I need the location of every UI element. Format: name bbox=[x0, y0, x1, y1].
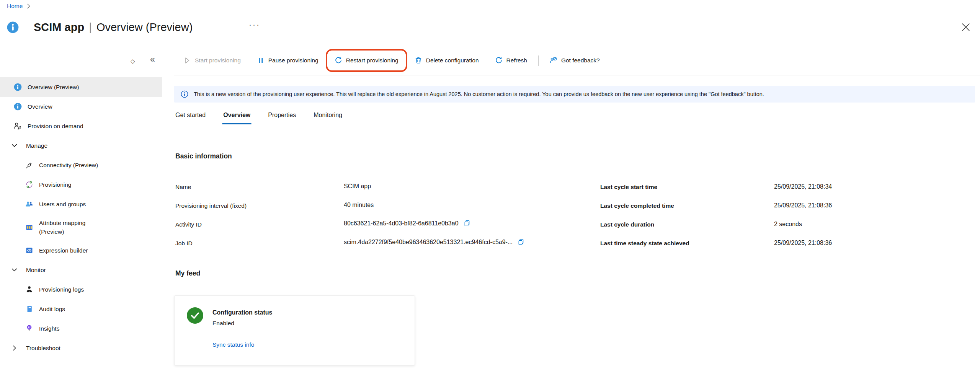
pause-icon bbox=[257, 57, 265, 64]
sidebar-item-label: Users and groups bbox=[39, 201, 86, 208]
sidebar-item-label: Provision on demand bbox=[28, 123, 83, 130]
last-cycle-completed-label: Last cycle completed time bbox=[600, 202, 674, 209]
sidebar-item-audit-logs[interactable]: Audit logs bbox=[0, 299, 162, 319]
page-title: SCIM app | Overview (Preview) bbox=[34, 20, 193, 34]
info-banner: This is a new version of the provisionin… bbox=[174, 86, 975, 103]
button-label: Pause provisioning bbox=[268, 57, 318, 64]
tab-bar: Get started Overview Properties Monitori… bbox=[175, 112, 342, 124]
delete-configuration-button[interactable]: Delete configuration bbox=[407, 52, 487, 69]
value-text: 40 minutes bbox=[344, 202, 374, 209]
sidebar-group-manage[interactable]: Manage bbox=[0, 136, 162, 155]
button-label: Delete configuration bbox=[426, 57, 479, 64]
value-text: SCIM app bbox=[344, 183, 371, 190]
sidebar-item-attribute-mapping[interactable]: Attribute mapping (Preview) bbox=[0, 214, 162, 241]
value-text: 80c63621-62a5-4d03-bf82-6a6811e0b3a0 bbox=[344, 220, 459, 227]
sidebar-group-label: Manage bbox=[26, 142, 47, 149]
tab-overview[interactable]: Overview bbox=[223, 112, 250, 124]
name-value: SCIM app bbox=[344, 183, 371, 190]
value-text: scim.4da2272f9f5e40be963463620e513321.ec… bbox=[344, 239, 513, 246]
sidebar-item-label: Expression builder bbox=[39, 247, 88, 254]
restart-icon bbox=[335, 57, 342, 64]
table-icon bbox=[25, 223, 33, 232]
sidebar-item-users-and-groups[interactable]: Users and groups bbox=[0, 194, 162, 214]
sidebar-item-label: Audit logs bbox=[39, 306, 65, 313]
pause-provisioning-button[interactable]: Pause provisioning bbox=[249, 52, 327, 69]
sidebar-item-label: Attribute mapping (Preview) bbox=[39, 218, 104, 236]
tab-monitoring[interactable]: Monitoring bbox=[314, 112, 342, 124]
chevron-right-icon bbox=[26, 3, 31, 9]
sidebar-group-monitor[interactable]: Monitor bbox=[0, 260, 162, 280]
sidebar-item-label: Insights bbox=[39, 325, 59, 332]
info-icon bbox=[14, 83, 22, 91]
info-icon bbox=[14, 103, 22, 111]
sidebar-item-label: Overview bbox=[28, 103, 52, 110]
feedback-icon bbox=[550, 57, 557, 64]
page-subtitle: Overview (Preview) bbox=[96, 20, 193, 34]
provisioning-icon bbox=[25, 181, 33, 189]
button-label: Start provisioning bbox=[195, 57, 241, 64]
button-label: Got feedback? bbox=[561, 57, 600, 64]
breadcrumb-home-link[interactable]: Home bbox=[7, 3, 23, 10]
last-cycle-start-label: Last cycle start time bbox=[600, 184, 657, 191]
last-steady-state-label: Last time steady state achieved bbox=[600, 240, 689, 247]
title-separator: | bbox=[89, 20, 92, 34]
activity-id-label: Activity ID bbox=[175, 221, 202, 228]
sidebar-item-overview-preview[interactable]: Overview (Preview) bbox=[0, 77, 162, 97]
info-icon bbox=[7, 21, 19, 33]
copy-icon[interactable] bbox=[464, 220, 471, 227]
sidebar-group-troubleshoot[interactable]: Troubleshoot bbox=[0, 338, 162, 358]
sidebar-group-label: Monitor bbox=[26, 267, 46, 274]
person-icon bbox=[25, 285, 33, 293]
tab-properties[interactable]: Properties bbox=[268, 112, 296, 124]
sidebar-item-label: Provisioning bbox=[39, 181, 71, 188]
job-id-value: scim.4da2272f9f5e40be963463620e513321.ec… bbox=[344, 238, 525, 246]
toolbar-rule bbox=[174, 75, 980, 75]
restart-provisioning-button[interactable]: Restart provisioning bbox=[327, 52, 407, 69]
resize-handle-icon[interactable]: ◇ bbox=[131, 58, 135, 65]
basic-information-title: Basic information bbox=[175, 152, 232, 160]
got-feedback-button[interactable]: Got feedback? bbox=[542, 52, 608, 69]
activity-id-value: 80c63621-62a5-4d03-bf82-6a6811e0b3a0 bbox=[344, 220, 471, 227]
provision-on-demand-icon bbox=[14, 122, 22, 130]
sidebar-item-provisioning[interactable]: Provisioning bbox=[0, 175, 162, 194]
refresh-button[interactable]: Refresh bbox=[487, 52, 535, 69]
sidebar-item-provisioning-logs[interactable]: Provisioning logs bbox=[0, 280, 162, 299]
tab-get-started[interactable]: Get started bbox=[175, 112, 206, 124]
my-feed-title: My feed bbox=[175, 269, 200, 277]
last-cycle-duration-label: Last cycle duration bbox=[600, 221, 654, 228]
chevron-right-icon bbox=[10, 344, 18, 352]
play-icon bbox=[183, 57, 191, 64]
app-name: SCIM app bbox=[34, 20, 84, 34]
toolbar-divider bbox=[538, 55, 539, 66]
last-cycle-duration-value: 2 seconds bbox=[774, 221, 802, 228]
sidebar-item-expression-builder[interactable]: Expression builder bbox=[0, 241, 162, 260]
sidebar-item-overview[interactable]: Overview bbox=[0, 97, 162, 116]
last-steady-state-value: 25/09/2025, 21:08:36 bbox=[774, 240, 832, 246]
configuration-status-card: Configuration status Enabled Sync status… bbox=[174, 295, 415, 365]
sync-status-info-link[interactable]: Sync status info bbox=[212, 341, 254, 348]
more-options-icon[interactable]: ··· bbox=[249, 20, 260, 29]
breadcrumb: Home bbox=[7, 3, 31, 10]
chevron-down-icon bbox=[10, 266, 18, 274]
sidebar-group-label: Troubleshoot bbox=[26, 345, 60, 352]
start-provisioning-button[interactable]: Start provisioning bbox=[175, 52, 249, 69]
plug-icon bbox=[25, 161, 33, 169]
users-icon bbox=[25, 200, 33, 208]
button-label: Restart provisioning bbox=[346, 57, 399, 64]
sidebar-item-label: Provisioning logs bbox=[39, 286, 84, 293]
job-id-label: Job ID bbox=[175, 240, 193, 247]
last-cycle-completed-value: 25/09/2025, 21:08:36 bbox=[774, 202, 832, 209]
sidebar-item-provision-on-demand[interactable]: Provision on demand bbox=[0, 116, 162, 136]
trash-icon bbox=[415, 57, 422, 64]
provisioning-interval-value: 40 minutes bbox=[344, 202, 374, 209]
collapse-sidebar-icon[interactable]: « bbox=[150, 54, 155, 65]
close-icon[interactable] bbox=[962, 23, 970, 31]
copy-icon[interactable] bbox=[518, 238, 525, 246]
sidebar-item-connectivity[interactable]: Connectivity (Preview) bbox=[0, 155, 162, 175]
last-cycle-start-value: 25/09/2025, 21:08:34 bbox=[774, 183, 832, 190]
check-circle-icon bbox=[187, 307, 203, 324]
sidebar: Overview (Preview) Overview Provision on… bbox=[0, 77, 162, 358]
banner-text: This is a new version of the provisionin… bbox=[194, 91, 764, 97]
sidebar-item-insights[interactable]: Insights bbox=[0, 319, 162, 338]
lightbulb-icon bbox=[25, 324, 33, 333]
